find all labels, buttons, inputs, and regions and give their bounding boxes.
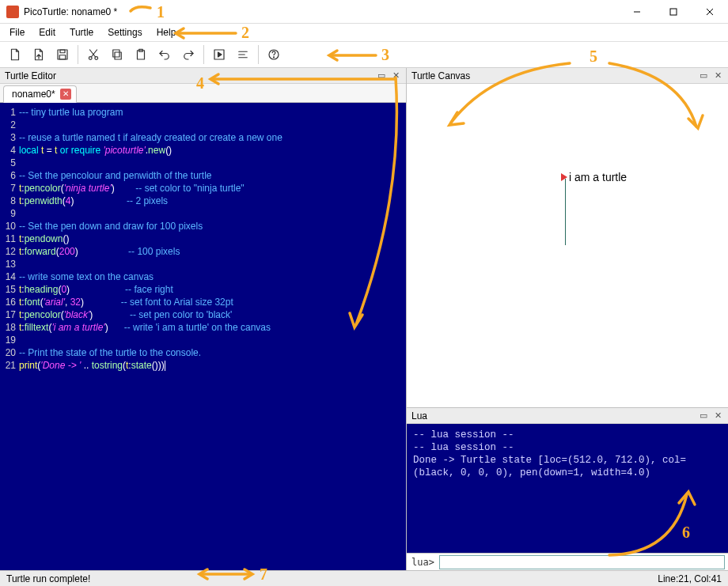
line-number: 15 xyxy=(2,283,16,296)
menu-edit[interactable]: Edit xyxy=(32,25,62,40)
code-text[interactable]: print('Done -> ' .. tostring(t:state())) xyxy=(19,359,165,372)
close-button[interactable] xyxy=(692,0,728,24)
paste-button[interactable] xyxy=(130,43,152,66)
line-number: 18 xyxy=(2,321,16,334)
app-icon xyxy=(6,6,19,18)
close-icon[interactable]: ✕ xyxy=(390,70,401,81)
line-number: 10 xyxy=(2,220,16,233)
code-line[interactable]: 14-- write some text on the canvas xyxy=(2,270,406,283)
code-text[interactable]: t:forward(200) -- 100 pixels xyxy=(19,245,180,258)
code-text[interactable]: t:pencolor('ninja turtle') -- set color … xyxy=(19,182,245,195)
code-line[interactable]: 8t:penwidth(4) -- 2 pixels xyxy=(2,195,406,207)
svg-marker-16 xyxy=(218,52,222,57)
code-line[interactable]: 15t:heading(0) -- face right xyxy=(2,283,406,296)
code-line[interactable]: 18t:filltext('i am a turtle') -- write '… xyxy=(2,321,406,334)
cut-button[interactable] xyxy=(82,43,104,66)
status-message: Turtle run complete! xyxy=(6,573,90,584)
canvas-title: Turtle Canvas xyxy=(411,70,470,81)
svg-rect-11 xyxy=(115,52,121,59)
line-number: 5 xyxy=(2,157,16,169)
code-line[interactable]: 5 xyxy=(2,157,406,169)
right-column: Turtle Canvas ▭ ✕ i am a turtle Lua ▭ ✕ … xyxy=(407,68,728,570)
lua-prompt: lua> xyxy=(407,557,439,568)
editor-pane: Turtle Editor ▭ ✕ noname0* ✕ 1--- tiny t… xyxy=(0,68,407,570)
code-text[interactable]: t:font('arial', 32) -- set font to Arial… xyxy=(19,296,233,308)
code-line[interactable]: 10-- Set the pen down and draw for 100 p… xyxy=(2,220,406,233)
code-text[interactable]: -- Print the state of the turtle to the … xyxy=(19,346,201,359)
code-text[interactable]: t:pencolor('black') -- set pen color to … xyxy=(19,308,232,321)
canvas-header: Turtle Canvas ▭ ✕ xyxy=(407,68,728,84)
code-text[interactable]: local t = t or require 'picoturtle'.new(… xyxy=(19,144,172,157)
code-text[interactable]: t:filltext('i am a turtle') -- write 'i … xyxy=(19,321,271,334)
line-number: 1 xyxy=(2,106,16,119)
line-number: 17 xyxy=(2,308,16,321)
redo-button[interactable] xyxy=(177,43,199,66)
close-icon[interactable]: ✕ xyxy=(712,410,723,422)
new-file-button[interactable] xyxy=(4,43,26,66)
editor-tab[interactable]: noname0* ✕ xyxy=(3,85,77,103)
line-number: 8 xyxy=(2,195,16,207)
maximize-button[interactable] xyxy=(655,0,692,24)
line-number: 2 xyxy=(2,119,16,131)
code-text[interactable]: -- Set the pen down and draw for 100 pix… xyxy=(19,220,203,233)
code-text[interactable]: t:penwidth(4) -- 2 pixels xyxy=(19,195,168,207)
open-file-button[interactable] xyxy=(28,43,50,66)
code-line[interactable]: 9 xyxy=(2,207,406,220)
code-line[interactable]: 17t:pencolor('black') -- set pen color t… xyxy=(2,308,406,321)
code-line[interactable]: 4local t = t or require 'picoturtle'.new… xyxy=(2,144,406,157)
menu-turtle[interactable]: Turtle xyxy=(63,25,100,40)
svg-rect-5 xyxy=(60,50,65,53)
menubar: File Edit Turtle Settings Help xyxy=(0,24,728,41)
titlebar: PicoTurtle: noname0 * xyxy=(0,0,728,24)
toolbar-separator xyxy=(258,45,259,64)
save-file-button[interactable] xyxy=(51,43,74,66)
code-line[interactable]: 2 xyxy=(2,119,406,131)
code-text[interactable]: -- Set the pencolour and penwidth of the… xyxy=(19,169,212,182)
line-number: 3 xyxy=(2,131,16,144)
code-line[interactable]: 12t:forward(200) -- 100 pixels xyxy=(2,245,406,258)
code-line[interactable]: 3-- reuse a turtle named t if already cr… xyxy=(2,131,406,144)
menu-file[interactable]: File xyxy=(3,25,31,40)
turtle-canvas[interactable]: i am a turtle xyxy=(407,84,728,407)
lua-title: Lua xyxy=(411,410,427,422)
status-cursor-pos: Line:21, Col:41 xyxy=(658,573,722,584)
code-text[interactable]: -- write some text on the canvas xyxy=(19,270,154,283)
minimize-button[interactable] xyxy=(619,0,655,24)
menu-help[interactable]: Help xyxy=(150,25,183,40)
code-line[interactable]: 13 xyxy=(2,258,406,270)
code-line[interactable]: 16t:font('arial', 32) -- set font to Ari… xyxy=(2,296,406,308)
code-text[interactable]: -- reuse a turtle named t if already cre… xyxy=(19,131,282,144)
code-line[interactable]: 7t:pencolor('ninja turtle') -- set color… xyxy=(2,182,406,195)
help-button[interactable] xyxy=(263,43,285,66)
code-line[interactable]: 20-- Print the state of the turtle to th… xyxy=(2,346,406,359)
lua-input[interactable] xyxy=(439,555,725,569)
restore-icon[interactable]: ▭ xyxy=(698,70,709,81)
code-line[interactable]: 21print('Done -> ' .. tostring(t:state()… xyxy=(2,359,406,372)
tab-close-icon[interactable]: ✕ xyxy=(60,89,71,100)
copy-button[interactable] xyxy=(106,43,128,66)
code-line[interactable]: 1--- tiny turtle lua program xyxy=(2,106,406,119)
drawn-line xyxy=(565,179,566,245)
undo-button[interactable] xyxy=(154,43,176,66)
editor-header: Turtle Editor ▭ ✕ xyxy=(0,68,406,84)
restore-icon[interactable]: ▭ xyxy=(376,70,387,81)
restore-icon[interactable]: ▭ xyxy=(698,410,709,422)
line-number: 16 xyxy=(2,296,16,308)
code-editor[interactable]: 1--- tiny turtle lua program23-- reuse a… xyxy=(0,103,406,570)
close-icon[interactable]: ✕ xyxy=(712,70,723,81)
menu-settings[interactable]: Settings xyxy=(101,25,148,40)
editor-title: Turtle Editor xyxy=(5,70,56,81)
run-button[interactable] xyxy=(208,43,230,66)
line-number: 12 xyxy=(2,245,16,258)
window-title: PicoTurtle: noname0 * xyxy=(24,6,619,17)
lua-input-row: lua> xyxy=(407,553,728,570)
code-line[interactable]: 11t:pendown() xyxy=(2,233,406,245)
svg-rect-6 xyxy=(59,55,66,59)
code-text[interactable]: t:heading(0) -- face right xyxy=(19,283,173,296)
code-line[interactable]: 6-- Set the pencolour and penwidth of th… xyxy=(2,169,406,182)
toolbar-separator xyxy=(78,45,78,64)
code-line[interactable]: 19 xyxy=(2,334,406,346)
format-button[interactable] xyxy=(232,43,254,66)
code-text[interactable]: t:pendown() xyxy=(19,233,69,245)
code-text[interactable]: --- tiny turtle lua program xyxy=(19,106,123,119)
